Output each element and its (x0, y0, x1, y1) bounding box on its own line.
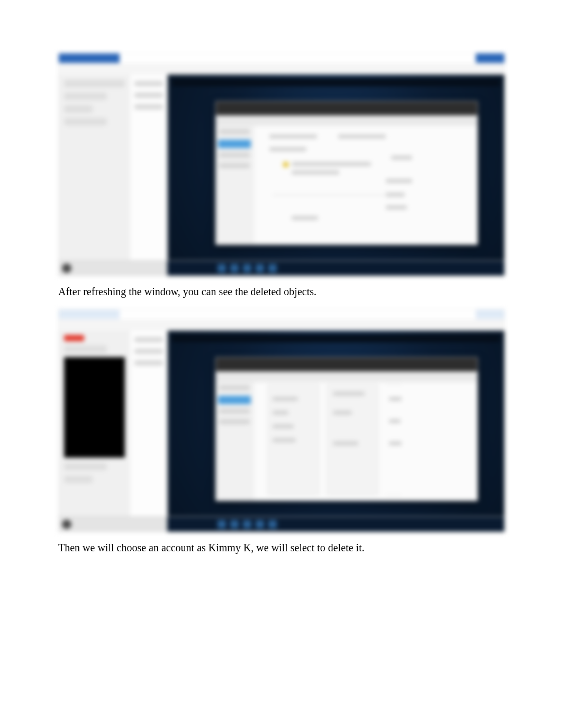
window-tabbar (59, 63, 504, 75)
text-line (333, 392, 365, 396)
text-line (386, 179, 412, 183)
panel-row (64, 118, 107, 125)
taskbar-icon (243, 264, 251, 272)
text-line (338, 134, 386, 139)
nav-item (219, 129, 250, 134)
taskbar-icon (243, 520, 251, 529)
title-right-block (476, 310, 504, 319)
panel-row (64, 105, 93, 113)
inner-left-nav (216, 126, 253, 244)
panel-row (64, 476, 93, 483)
taskbar (59, 260, 504, 276)
inner-window-title (216, 358, 477, 371)
taskbar-icon (268, 520, 277, 529)
nav-item (219, 163, 250, 168)
taskbar-icons (217, 264, 277, 272)
caption-2: Then we will choose an account as Kimmy … (58, 540, 504, 556)
title-left-block (59, 53, 120, 63)
taskbar (59, 516, 504, 532)
nav-item (219, 385, 250, 390)
tree-node (134, 349, 163, 354)
taskbar-icon (256, 520, 264, 529)
tree-panel (130, 331, 168, 517)
taskbar-icon (217, 264, 226, 272)
text-line (292, 216, 318, 220)
tree-node (134, 337, 163, 342)
tree-panel (130, 75, 168, 261)
text-line (386, 193, 405, 197)
taskbar-icon (256, 264, 264, 272)
inner-window (215, 357, 478, 501)
text-line (386, 205, 407, 210)
text-line (333, 411, 352, 415)
text-line (389, 419, 401, 423)
inner-main (253, 382, 477, 501)
panel-row (64, 80, 125, 87)
window-tabbar (59, 319, 504, 331)
inner-main (253, 126, 477, 244)
text-line (269, 134, 317, 139)
panel-row (64, 463, 107, 470)
document-page: After refreshing the window, you can see… (0, 0, 562, 650)
text-line (391, 156, 412, 160)
taskbar-icon (230, 520, 239, 529)
panel-row (64, 93, 107, 100)
tree-node (134, 81, 163, 86)
highlight-icon (283, 162, 288, 167)
inner-window-toolbar (216, 371, 477, 383)
tree-node (134, 104, 163, 110)
vm-desktop (167, 331, 504, 517)
inner-window-body (216, 382, 477, 501)
title-left-block (59, 310, 120, 319)
nav-item-selected (218, 140, 251, 148)
panel-row (64, 345, 107, 353)
inner-window-title (216, 102, 477, 115)
left-panel (59, 331, 131, 517)
taskbar-icons (217, 520, 277, 529)
title-right-block (476, 53, 504, 63)
caption-1: After refreshing the window, you can see… (58, 284, 504, 299)
red-badge (64, 335, 84, 341)
vm-titlebar (172, 79, 500, 86)
divider (273, 195, 389, 195)
screenshot-2 (58, 309, 505, 532)
vm-titlebar (172, 335, 500, 342)
text-line (292, 162, 371, 166)
text-line (269, 147, 306, 151)
nav-item-selected (218, 396, 251, 404)
inner-left-nav (216, 382, 253, 501)
nav-item (219, 408, 250, 414)
inner-window-toolbar (216, 115, 477, 126)
start-button-icon (62, 263, 71, 273)
text-line (273, 424, 294, 429)
text-line (292, 170, 339, 175)
start-button-icon (62, 520, 71, 529)
redacted-block (64, 357, 125, 458)
column-panel (327, 384, 378, 495)
text-line (333, 441, 358, 445)
screenshot-1 (58, 53, 505, 276)
inner-window-body (216, 126, 477, 244)
vm-desktop (167, 75, 504, 261)
app-titlebar (59, 53, 504, 63)
nav-item (219, 152, 250, 158)
nav-item (219, 419, 250, 424)
left-panel (59, 75, 131, 261)
text-line (273, 438, 296, 442)
text-line (389, 397, 402, 401)
taskbar-icon (230, 264, 239, 272)
text-line (273, 411, 288, 415)
app-titlebar (59, 310, 504, 319)
taskbar-icon (217, 520, 226, 529)
tree-node (134, 360, 163, 366)
tree-node (134, 93, 163, 98)
text-line (389, 441, 402, 445)
taskbar-icon (268, 264, 277, 272)
inner-window (215, 101, 478, 245)
text-line (273, 397, 298, 401)
